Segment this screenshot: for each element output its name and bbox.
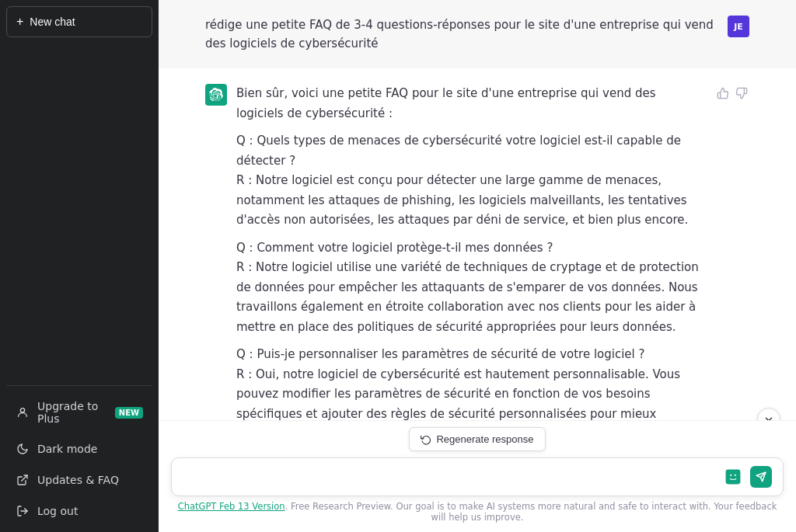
new-chat-label: New chat: [30, 16, 75, 28]
sidebar-history: [6, 43, 152, 385]
user-message: rédige une petite FAQ de 3-4 questions-r…: [159, 0, 796, 68]
ai-message-text: Bien sûr, voici une petite FAQ pour le s…: [236, 84, 706, 420]
sidebar-item-upgrade[interactable]: Upgrade to Plus NEW: [6, 392, 152, 433]
input-row: [171, 457, 784, 496]
main-chat-area: rédige une petite FAQ de 3-4 questions-r…: [159, 0, 796, 532]
sidebar-item-label: Log out: [37, 505, 78, 517]
sidebar-item-label: Upgrade to Plus: [37, 400, 107, 425]
sidebar-item-logout[interactable]: Log out: [6, 496, 152, 526]
sidebar-item-label: Updates & FAQ: [37, 474, 119, 486]
footer-text: . Free Research Preview. Our goal is to …: [285, 501, 777, 523]
send-button[interactable]: [750, 466, 772, 488]
moon-icon: [16, 442, 30, 456]
sidebar-bottom-nav: Upgrade to Plus NEW Dark mode Updates & …: [6, 385, 152, 526]
user-icon: [16, 405, 30, 419]
chat-input[interactable]: [183, 467, 716, 487]
faq-q1: Q : Quels types de menaces de cybersécur…: [236, 131, 706, 231]
logout-icon: [16, 504, 30, 518]
regenerate-button[interactable]: Regenerate response: [409, 427, 545, 451]
emoji-button[interactable]: [722, 466, 744, 488]
faq-q3: Q : Puis-je personnaliser les paramètres…: [236, 345, 706, 420]
sidebar-item-label: Dark mode: [37, 443, 97, 455]
svg-point-4: [730, 475, 731, 476]
sidebar: + New chat Upgrade to Plus NEW Dark mode…: [0, 0, 159, 532]
chat-bottom: Regenerate response ChatGPT Feb 13 Versi…: [159, 420, 796, 532]
svg-line-1: [22, 475, 27, 481]
user-message-text: rédige une petite FAQ de 3-4 questions-r…: [205, 16, 718, 53]
user-avatar: JE: [728, 16, 749, 37]
svg-rect-3: [726, 470, 741, 485]
ai-intro: Bien sûr, voici une petite FAQ pour le s…: [236, 84, 706, 123]
sidebar-item-darkmode[interactable]: Dark mode: [6, 434, 152, 464]
svg-point-5: [735, 475, 736, 476]
regenerate-label: Regenerate response: [436, 433, 533, 445]
svg-point-0: [20, 409, 24, 412]
ai-avatar: [205, 84, 227, 106]
footer-link[interactable]: ChatGPT Feb 13 Version: [178, 501, 285, 512]
ai-message: Bien sûr, voici une petite FAQ pour le s…: [159, 68, 796, 420]
message-actions: [715, 84, 749, 101]
new-badge: NEW: [115, 407, 143, 419]
thumbs-up-button[interactable]: [715, 85, 731, 101]
faq-q2: Q : Comment votre logiciel protège-t-il …: [236, 238, 706, 338]
sidebar-item-updates[interactable]: Updates & FAQ: [6, 465, 152, 495]
chat-messages[interactable]: rédige une petite FAQ de 3-4 questions-r…: [159, 0, 796, 420]
footer-note: ChatGPT Feb 13 Version. Free Research Pr…: [171, 496, 784, 529]
external-link-icon: [16, 473, 30, 487]
new-chat-button[interactable]: + New chat: [6, 6, 152, 37]
plus-icon: +: [16, 15, 23, 29]
regenerate-bar: Regenerate response: [171, 427, 784, 451]
thumbs-down-button[interactable]: [734, 85, 749, 101]
